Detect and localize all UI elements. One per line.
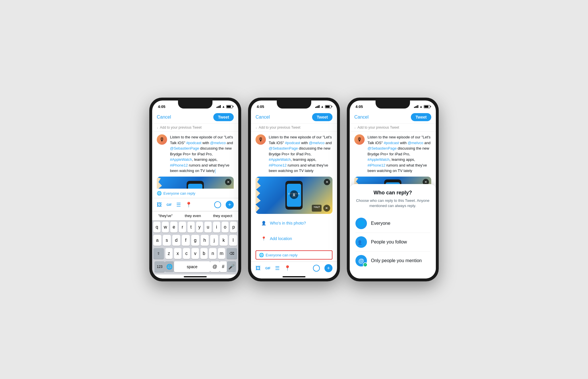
- close-media-button-1[interactable]: ✕: [225, 179, 231, 185]
- avatar-1: 🎙: [157, 134, 167, 145]
- whos-in-photo[interactable]: 👤 Who's in this photo?: [256, 217, 332, 229]
- time-2: 4:05: [257, 105, 264, 109]
- key-p[interactable]: p: [230, 222, 237, 233]
- play-button-2[interactable]: ⏸: [290, 190, 298, 199]
- reply-setting-text-2: Everyone can reply: [266, 253, 297, 257]
- key-a[interactable]: a: [153, 235, 161, 246]
- composer-toolbar-1: 🖼 GIF ☰ 📍 +: [152, 198, 238, 211]
- composer-header-1: Cancel Tweet: [152, 111, 238, 124]
- edit-button-2[interactable]: ✏: [323, 205, 330, 212]
- tweet-body-1: 🎙 Listen to the new episode of our "Let'…: [152, 132, 238, 189]
- tweet-text-3[interactable]: Listen to the new episode of our "Let's …: [368, 134, 431, 174]
- key-shift[interactable]: ⇧: [153, 248, 164, 259]
- key-j[interactable]: j: [210, 235, 218, 246]
- suggestion-3[interactable]: they expect: [213, 214, 232, 218]
- keyboard-row-2: a s d f g h j k l: [152, 234, 238, 247]
- photo-icon-1[interactable]: 🖼: [157, 202, 162, 208]
- key-g[interactable]: g: [191, 235, 199, 246]
- key-u[interactable]: u: [204, 222, 212, 233]
- key-e[interactable]: e: [170, 222, 177, 233]
- key-v[interactable]: v: [192, 248, 199, 259]
- reply-setting-wrapper-2: 🌐 Everyone can reply: [251, 249, 337, 262]
- battery-fill-3: [424, 106, 428, 108]
- key-globe[interactable]: 🌐: [165, 261, 174, 272]
- phone1-screen: 4:05 ▲: [152, 100, 238, 279]
- add-thread-2: ↓ Add to your previous Tweet: [251, 124, 337, 132]
- tweet-button-1[interactable]: Tweet: [213, 113, 234, 121]
- gif-button-2[interactable]: GIF: [265, 266, 270, 270]
- add-location[interactable]: 📍 Add location: [256, 232, 332, 245]
- key-f[interactable]: f: [182, 235, 190, 246]
- home-indicator-1: [184, 276, 207, 277]
- keyboard-bottom-row-1: 123 🌐 space @ # 🎤: [152, 260, 238, 274]
- photo-icon-2[interactable]: 🖼: [256, 265, 261, 271]
- key-x[interactable]: x: [174, 248, 181, 259]
- key-mic[interactable]: 🎤: [227, 261, 236, 272]
- key-h[interactable]: h: [201, 235, 209, 246]
- cancel-button-2[interactable]: Cancel: [256, 115, 270, 120]
- key-o[interactable]: o: [222, 222, 229, 233]
- key-s[interactable]: s: [163, 235, 171, 246]
- reply-option-everyone[interactable]: 🌐 Everyone: [355, 214, 430, 233]
- close-media-button-2[interactable]: ✕: [324, 179, 330, 185]
- key-c[interactable]: c: [183, 248, 190, 259]
- reply-setting-1[interactable]: 🌐 Everyone can reply: [152, 189, 238, 198]
- key-w[interactable]: w: [162, 222, 169, 233]
- key-r[interactable]: r: [179, 222, 186, 233]
- signal-bar-3b: [415, 106, 416, 108]
- gif-button-1[interactable]: GIF: [167, 203, 172, 206]
- key-space[interactable]: space: [174, 261, 210, 272]
- cancel-button-1[interactable]: Cancel: [157, 115, 171, 120]
- alt-button-2[interactable]: +ALT: [312, 205, 322, 212]
- location-icon-2: 📍: [260, 235, 267, 242]
- key-delete[interactable]: ⌫: [227, 248, 237, 259]
- key-numbers[interactable]: 123: [154, 261, 165, 272]
- cursor-blink-1: [215, 169, 216, 173]
- suggestion-2[interactable]: they even: [185, 214, 201, 218]
- location-icon-1[interactable]: 📍: [185, 202, 192, 208]
- media-thumb-2: LET'S TALK iOS ⏸ ✕ +ALT ✏: [256, 177, 332, 214]
- key-y[interactable]: y: [196, 222, 203, 233]
- key-t[interactable]: t: [187, 222, 195, 233]
- signal-bars-2: [315, 105, 320, 108]
- key-m[interactable]: m: [218, 248, 225, 259]
- list-icon-1[interactable]: ☰: [176, 202, 181, 208]
- tweet-button-2[interactable]: Tweet: [312, 113, 332, 121]
- phone2-screen: 4:05 ▲: [251, 100, 337, 279]
- key-hash[interactable]: #: [220, 261, 227, 272]
- key-b[interactable]: b: [200, 248, 208, 259]
- key-q[interactable]: q: [153, 222, 160, 233]
- add-tweet-button-2[interactable]: +: [324, 264, 332, 272]
- signal-bar-2c: [318, 106, 318, 108]
- whos-in-photo-label: Who's in this photo?: [270, 221, 306, 225]
- tweet-text-2[interactable]: Listen to the new episode of our "Let's …: [269, 134, 332, 174]
- wifi-icon-1: ▲: [222, 105, 225, 108]
- add-tweet-button-1[interactable]: +: [226, 201, 234, 209]
- cancel-button-3[interactable]: Cancel: [354, 115, 369, 120]
- signal-bar-1: [216, 107, 217, 108]
- key-d[interactable]: d: [172, 235, 180, 246]
- battery-icon-3: [424, 105, 430, 108]
- mention-label: Only people you mention: [371, 258, 422, 263]
- phone2-wrapper: 4:05 ▲: [248, 98, 340, 281]
- home-indicator-2: [283, 276, 305, 277]
- keyboard-1[interactable]: "they've" they even they expect q w e r …: [152, 211, 238, 274]
- list-icon-2[interactable]: ☰: [275, 265, 280, 271]
- wifi-icon-3: ▲: [419, 105, 423, 108]
- reply-option-follow[interactable]: 👥 People you follow: [355, 233, 430, 252]
- signal-bars-3: [414, 105, 418, 108]
- key-z[interactable]: z: [165, 248, 173, 259]
- reply-option-mention[interactable]: @ Only people you mention ✓: [355, 252, 430, 270]
- key-at[interactable]: @: [210, 261, 219, 272]
- location-icon-tb-2[interactable]: 📍: [284, 265, 291, 271]
- key-k[interactable]: k: [220, 235, 228, 246]
- phone1: 4:05 ▲: [149, 98, 241, 281]
- key-i[interactable]: i: [213, 222, 220, 233]
- suggestion-1[interactable]: "they've": [158, 214, 173, 218]
- key-n[interactable]: n: [209, 248, 216, 259]
- reply-setting-2[interactable]: 🌐 Everyone can reply: [256, 250, 332, 260]
- add-thread-label-3: Add to your previous Tweet: [357, 125, 399, 129]
- key-l[interactable]: l: [229, 235, 237, 246]
- tweet-text-1[interactable]: Listen to the new episode of our "Let's …: [170, 134, 234, 174]
- tweet-button-3[interactable]: Tweet: [411, 113, 431, 121]
